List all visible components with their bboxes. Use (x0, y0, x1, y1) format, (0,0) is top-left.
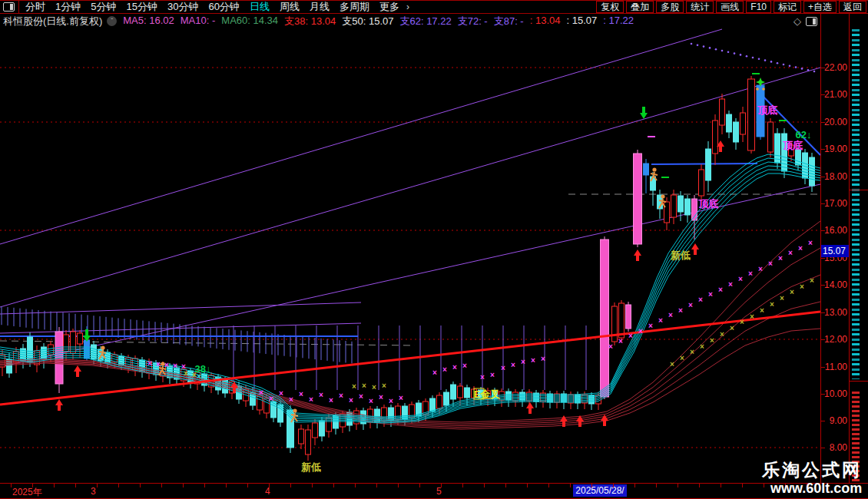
x-mark: × (758, 265, 763, 273)
dotted-line-point (795, 66, 797, 68)
toolbar-button-复权[interactable]: 复权 (596, 1, 624, 13)
x-mark: × (608, 342, 613, 351)
toolbar-button-+自选[interactable]: +自选 (803, 1, 837, 13)
clipped-vertical-text-cyan (852, 29, 860, 379)
candle (664, 202, 670, 223)
candle (313, 423, 318, 438)
top-toolbar: 分时1分钟5分钟15分钟30分钟60分钟日线周线月线多周期更多 › 复权叠加多股… (0, 0, 868, 14)
x-mark: × (173, 362, 177, 370)
price-axis-label: 12.00 (824, 334, 847, 345)
month-label: 3 (91, 486, 96, 497)
x-mark: × (760, 306, 764, 315)
dotted-line-point (813, 71, 816, 73)
toolbar-button-统计[interactable]: 统计 (686, 1, 714, 13)
indicator-value: MA5: 16.02 (123, 15, 174, 28)
x-mark: × (369, 397, 373, 405)
period-tab-周线[interactable]: 周线 (280, 0, 300, 14)
walking-person-icon (293, 408, 297, 412)
period-tabs: 分时1分钟5分钟15分钟30分钟60分钟日线周线月线多周期更多 (25, 0, 409, 14)
walking-person-icon (161, 362, 164, 365)
price-axis-label: 21.00 (824, 89, 847, 100)
x-mark: × (750, 312, 754, 321)
candle (451, 385, 456, 399)
x-mark: × (688, 301, 693, 309)
dotted-line-point (715, 48, 717, 51)
x-mark: × (399, 394, 403, 402)
toolbar-button-叠加[interactable]: 叠加 (626, 1, 654, 13)
candle (706, 149, 711, 180)
walking-person-icon (661, 194, 664, 198)
buy-arrow-icon (55, 399, 63, 411)
buy-arrow-icon (576, 415, 584, 427)
x-mark: × (501, 364, 505, 372)
candle (444, 392, 449, 405)
x-mark: × (698, 296, 703, 304)
last-price-tag: 15.07 (821, 245, 850, 257)
toolbar-divider (18, 1, 19, 13)
panel-split-icon[interactable] (806, 17, 817, 26)
chart-annotation: 62↓ (796, 129, 812, 140)
period-tab-1分钟[interactable]: 1分钟 (55, 0, 81, 14)
period-tab-60分钟[interactable]: 60分钟 (208, 0, 239, 14)
period-tab-日线[interactable]: 日线 (250, 0, 270, 14)
chart-annotation: 顶底 (757, 104, 777, 116)
period-tab-月线[interactable]: 月线 (310, 0, 330, 14)
period-tab-更多[interactable]: 更多 (379, 0, 399, 14)
toolbar-button-返回[interactable]: 返回 (839, 1, 866, 13)
chart-annotation: 新低 (670, 250, 691, 261)
x-mark: × (289, 395, 293, 404)
candle (41, 347, 47, 359)
dotted-line-point (703, 45, 705, 48)
price-axis-label: 9.00 (830, 415, 847, 426)
period-tab-5分钟[interactable]: 5分钟 (91, 0, 116, 14)
price-axis: 22.0021.0020.0019.0018.0017.0016.0015.00… (820, 14, 849, 484)
price-axis-label: 8.00 (830, 442, 847, 453)
window-split-icon[interactable] (3, 2, 15, 12)
x-mark: × (768, 259, 773, 268)
x-mark: × (670, 360, 674, 368)
price-axis-label: 19.00 (824, 144, 847, 154)
x-mark: × (511, 361, 515, 369)
x-mark: × (164, 361, 169, 369)
price-axis-label: 17.00 (824, 198, 847, 209)
period-tab-分时[interactable]: 分时 (25, 0, 45, 14)
toolbar-button-F10[interactable]: F10 (746, 1, 771, 13)
candle (748, 79, 755, 150)
candle (685, 199, 691, 215)
ma-ribbon-line (0, 275, 820, 426)
x-mark: × (352, 382, 356, 391)
toolbar-buttons: 复权叠加多股统计画线F10标记+自选返回 (596, 1, 866, 13)
price-axis-label: 20.00 (824, 117, 847, 127)
diamond-icon[interactable]: ◇ (793, 15, 801, 27)
trend-line (0, 68, 820, 307)
x-mark: × (628, 332, 633, 340)
more-arrow-icon[interactable]: › (406, 2, 409, 12)
dotted-line-point (709, 47, 711, 49)
indicator-bar: 科恒股份(日线.前复权) ˇ MA5: 16.02MA10: -MA60: 14… (0, 14, 819, 28)
price-axis-label: 11.00 (825, 362, 847, 372)
candle (678, 196, 684, 212)
chart-annotation: 38↓ (195, 363, 211, 375)
toolbar-button-画线[interactable]: 画线 (716, 1, 744, 13)
candle (78, 333, 83, 344)
indicator-value: : 17.22 (603, 15, 634, 28)
period-tab-15分钟[interactable]: 15分钟 (126, 0, 157, 14)
dotted-line-point (801, 68, 803, 70)
dotted-line-point (758, 58, 760, 61)
dotted-line-point (721, 50, 724, 52)
x-mark: × (680, 354, 684, 362)
period-tab-多周期[interactable]: 多周期 (340, 0, 369, 14)
candle (326, 418, 332, 431)
indicator-value: 支72: - (458, 15, 488, 28)
dotted-line-point (783, 64, 785, 66)
chevron-down-icon[interactable]: ˇ (107, 16, 117, 26)
price-axis-label: 22.00 (824, 62, 847, 73)
price-axis-label: 10.00 (824, 388, 847, 399)
period-tab-30分钟[interactable]: 30分钟 (167, 0, 198, 14)
toolbar-button-多股[interactable]: 多股 (656, 1, 684, 13)
candle (796, 150, 801, 165)
candle (644, 164, 649, 175)
toolbar-button-标记[interactable]: 标记 (774, 1, 801, 13)
candle (28, 337, 33, 362)
price-chart-svg[interactable]: ××××××××××××××××××××××××××××××××××××××××… (0, 28, 820, 484)
